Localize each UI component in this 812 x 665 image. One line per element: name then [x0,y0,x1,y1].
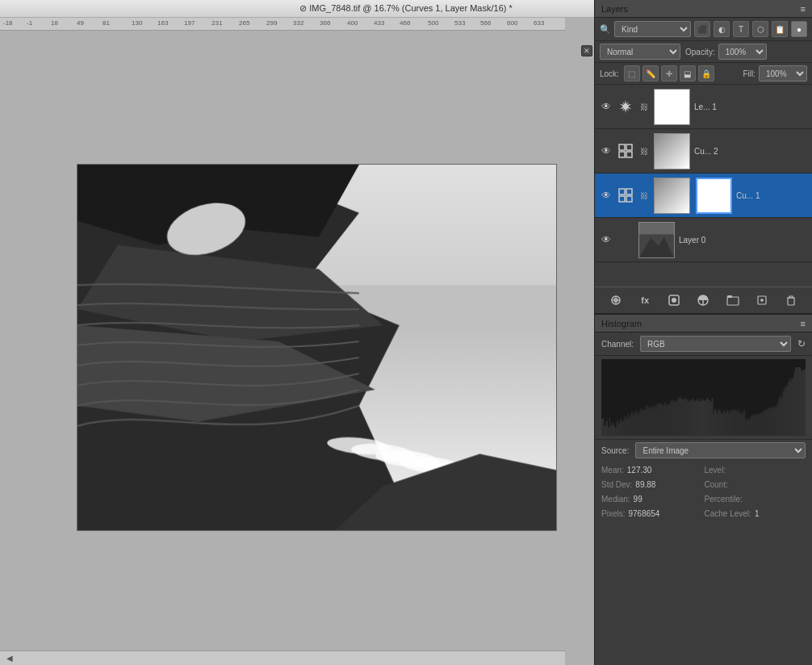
channel-dropdown[interactable]: RGB Red Green Blue Luminosity Colors [640,336,791,352]
scroll-left-arrow[interactable]: ◀ [6,654,13,663]
layer-row-le1[interactable]: 👁 ⛓ Le... 1 [595,85,812,129]
lock-transparent-btn[interactable]: ⬚ [624,65,640,82]
channel-row: Channel: RGB Red Green Blue Luminosity C… [595,332,812,356]
layer-type-cu1 [617,186,634,204]
layers-panel-header: Layers ≡ [595,0,812,18]
source-dropdown[interactable]: Entire Image Selected Layer Adjustment C… [635,442,806,458]
ruler-horizontal: -18 -1 18 49 81 130 163 197 231 265 299 … [0,18,565,31]
stat-stddev: Std Dev: 89.88 [601,479,703,491]
layer-chain-cu2[interactable]: ⛓ [638,145,650,157]
layer-visibility-le1[interactable]: 👁 [600,100,613,113]
panel-collapse-button[interactable]: ✕ [581,45,592,56]
layer-thumb-cu2 [654,133,690,169]
svg-rect-1 [626,144,632,150]
source-label: Source: [601,446,629,455]
histogram-panel: Histogram ≡ Channel: RGB Red Green Blue … [595,315,812,524]
fill-label: Fill: [743,69,755,78]
add-adjustment-btn[interactable] [694,291,712,309]
mean-label: Mean: [601,464,624,477]
layer-visibility-layer0[interactable]: 👁 [600,233,613,246]
filter-adjust-icon[interactable]: ◐ [714,21,730,37]
cachelevel-value: 1 [755,508,760,521]
stat-median: Median: 99 [601,493,703,506]
layer-row-cu1[interactable]: 👁 ⛓ Cu... 1 [595,174,812,218]
right-panel: Layers ≡ 🔍 Kind ⬛ ◐ T ⬡ 📋 ● Normal Opaci… [594,0,812,665]
filter-type-icon[interactable]: T [733,21,749,37]
histogram-panel-header: Histogram ≡ [595,315,812,332]
refresh-histogram-btn[interactable]: ↻ [797,338,806,349]
kind-dropdown[interactable]: Kind [614,21,691,37]
svg-rect-14 [727,297,739,305]
lock-all-btn[interactable]: 🔒 [698,65,714,82]
layer-chain-cu1[interactable]: ⛓ [638,190,650,201]
add-fx-btn[interactable]: fx [636,291,654,309]
lock-pixels-btn[interactable]: ✏️ [642,65,659,82]
lock-label: Lock: [600,69,619,78]
stat-pixels: Pixels: 9768654 [601,508,703,521]
stat-count: Count: [705,479,806,491]
layers-footer: fx [595,286,812,314]
opacity-dropdown[interactable]: 100% [718,44,767,60]
layer-visibility-cu1[interactable]: 👁 [600,189,613,202]
photo-canvas [77,164,557,531]
link-layers-btn[interactable] [607,291,625,309]
layer-type-le1 [617,98,634,115]
svg-rect-7 [626,196,632,202]
photo-render [77,165,556,530]
layer-type-layer0 [617,231,634,249]
svg-rect-4 [619,189,625,194]
filter-shape-icon[interactable]: ⬡ [752,21,768,37]
lock-artboard-btn[interactable]: ⬓ [680,65,696,82]
median-value: 99 [634,493,642,506]
layer-thumb-le1 [654,89,690,125]
search-icon: 🔍 [600,24,611,35]
layers-panel-title: Layers [601,4,628,14]
add-group-btn[interactable] [724,291,742,309]
stat-percentile: Percentile: [705,493,806,506]
bottom-status-bar: ◀ [0,650,565,665]
stddev-label: Std Dev: [601,479,632,491]
layer-name-layer0: Layer 0 [679,236,807,245]
filter-active-icon[interactable]: ● [791,21,807,37]
histogram-graph [601,359,806,436]
new-layer-btn[interactable] [753,291,771,309]
delete-layer-btn[interactable] [782,291,800,309]
svg-rect-5 [626,189,632,194]
stddev-value: 89.88 [635,479,655,491]
stat-level: Level: [705,464,806,477]
layers-search-row: 🔍 Kind ⬛ ◐ T ⬡ 📋 ● [595,18,812,41]
layer-visibility-cu2[interactable]: 👁 [600,144,613,157]
svg-rect-3 [626,152,632,157]
source-row: Source: Entire Image Selected Layer Adju… [595,439,812,461]
count-label: Count: [705,479,728,491]
layer-chain-le1[interactable]: ⛓ [638,101,650,112]
layers-panel-menu-icon[interactable]: ≡ [801,4,806,14]
layer-name-cu1: Cu... 1 [736,191,807,200]
lock-position-btn[interactable]: ✛ [661,65,677,82]
opacity-label: Opacity: [685,48,715,56]
histogram-menu-icon[interactable]: ≡ [801,319,806,328]
layer-thumb-layer0 [638,222,675,258]
filter-pixel-icon[interactable]: ⬛ [694,21,710,37]
stat-cachelevel: Cache Level: 1 [705,508,806,521]
svg-rect-2 [619,152,625,157]
layer-row-cu2[interactable]: 👁 ⛓ Cu... 2 [595,129,812,174]
canvas-area [0,31,565,665]
svg-point-12 [672,298,676,303]
filter-smart-icon[interactable]: 📋 [772,21,788,37]
layer-thumb-cu1-main [654,178,690,214]
add-mask-btn[interactable] [665,291,683,309]
pixels-label: Pixels: [601,508,625,521]
histogram-title: Histogram [601,319,642,328]
histogram-canvas [601,359,806,436]
fill-dropdown[interactable]: 100% [759,65,807,82]
level-label: Level: [705,464,726,477]
mean-value: 127.30 [627,464,652,477]
svg-rect-0 [619,144,625,150]
svg-rect-17 [788,298,794,305]
blend-mode-dropdown[interactable]: Normal [600,44,680,60]
svg-rect-6 [619,196,625,202]
channel-label: Channel: [601,340,634,349]
layer-row-layer0[interactable]: 👁 Layer 0 [595,218,812,262]
layer-type-cu2 [617,142,634,160]
